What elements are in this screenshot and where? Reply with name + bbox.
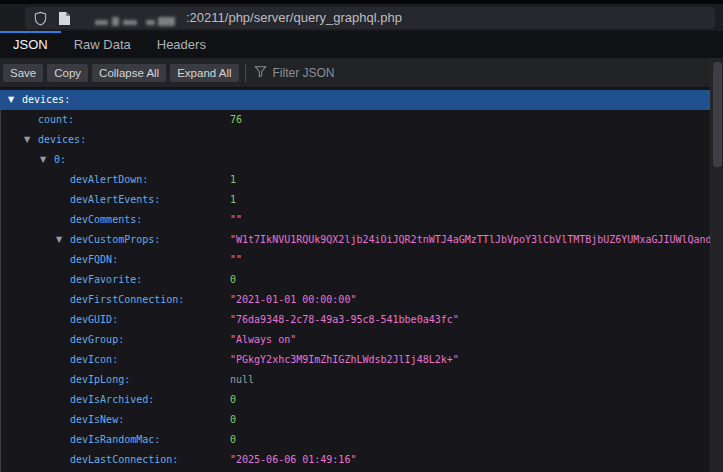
tree-row[interactable]: devFQDN:"" [0, 250, 710, 270]
redacted-host-block [158, 17, 175, 26]
filter-icon [254, 64, 273, 82]
copy-button[interactable]: Copy [47, 64, 88, 82]
json-key: devFirstConnection: [70, 290, 184, 310]
json-value: "2021-01-01 00:00:00" [230, 290, 356, 310]
scrollbar-thumb[interactable] [713, 62, 722, 167]
tree-row[interactable]: ▼0: [0, 150, 710, 170]
tree-row[interactable]: devGroup:"Always on" [0, 330, 710, 350]
filter-json-wrap [254, 64, 433, 82]
tree-row[interactable]: devAlertDown:1 [0, 170, 710, 190]
json-key: devAlertEvents: [70, 190, 160, 210]
tree-row[interactable]: ▼devices: [0, 130, 710, 150]
json-value: 0 [230, 430, 236, 450]
toolbar-separator [245, 64, 246, 82]
browser-window: :20211/php/server/query_graphql.php JSON… [0, 0, 723, 472]
vertical-scrollbar[interactable] [710, 58, 723, 472]
tree-row[interactable]: devFavorite:0 [0, 270, 710, 290]
json-value: "Always on" [230, 330, 296, 350]
tree-row[interactable]: devComments:"" [0, 210, 710, 230]
json-value: 76 [230, 110, 242, 130]
json-key: devGUID: [70, 310, 118, 330]
tree-row[interactable]: count:76 [0, 110, 710, 130]
json-value: "" [230, 210, 242, 230]
tab-headers[interactable]: Headers [144, 31, 219, 58]
json-key: devIcon: [70, 350, 118, 370]
tree-row[interactable]: devFirstConnection:"2021-01-01 00:00:00" [0, 290, 710, 310]
tree-row[interactable]: devIsArchived:0 [0, 390, 710, 410]
tree-row[interactable]: ▼devCustomProps:"W1t7IkNVU1RQUk9QX2ljb24… [0, 230, 710, 250]
json-key: devIsArchived: [70, 390, 154, 410]
shield-icon[interactable] [33, 11, 48, 30]
json-key: devAlertDown: [70, 170, 148, 190]
json-key: devFavorite: [70, 270, 142, 290]
json-key: devices: [38, 130, 86, 150]
json-key: devComments: [70, 210, 142, 230]
left-edge-line [0, 110, 1, 472]
tab-raw-data[interactable]: Raw Data [61, 31, 144, 58]
tree-row[interactable]: devIcon:"PGkgY2xhc3M9ImZhIGZhLWdsb2JlIj4… [0, 350, 710, 370]
json-value: 0 [230, 270, 236, 290]
json-value: "76da9348-2c78-49a3-95c8-541bbe0a43fc" [230, 310, 459, 330]
url-bar[interactable]: :20211/php/server/query_graphql.php [25, 7, 715, 29]
json-value: 1 [230, 190, 236, 210]
collapse-all-button[interactable]: Collapse All [92, 64, 166, 82]
tree-row[interactable]: devAlertEvents:1 [0, 190, 710, 210]
tree-row[interactable]: devLastConnection:"2025-06-06 01:49:16" [0, 450, 710, 470]
tree-row[interactable]: ▼devices: [0, 90, 710, 110]
tree-row[interactable]: devGUID:"76da9348-2c78-49a3-95c8-541bbe0… [0, 310, 710, 330]
expand-arrow-icon[interactable]: ▼ [24, 130, 30, 150]
json-key: devCustomProps: [70, 230, 160, 250]
browser-navbar: :20211/php/server/query_graphql.php [0, 4, 723, 31]
json-value: "2025-06-06 01:49:16" [230, 450, 356, 470]
tree-row[interactable]: devIsRandomMac:0 [0, 430, 710, 450]
json-tree: ▼devices:count:76▼devices:▼0:devAlertDow… [0, 88, 710, 472]
jsonviewer-toolbar: Save Copy Collapse All Expand All [0, 58, 723, 88]
json-key: count: [38, 110, 74, 130]
tab-json[interactable]: JSON [0, 31, 61, 58]
expand-arrow-icon[interactable]: ▼ [56, 230, 62, 250]
json-key: devIsRandomMac: [70, 430, 160, 450]
tree-row[interactable]: devIsNew:0 [0, 410, 710, 430]
json-value: "W1t7IkNVU1RQUk9QX2ljb24iOiJQR2tnWTJ4aGM… [230, 230, 710, 250]
json-value: "PGkgY2xhc3M9ImZhIGZhLWdsb2JlIj48L2k+" [230, 350, 459, 370]
json-value: "" [230, 250, 242, 270]
expand-all-button[interactable]: Expand All [170, 64, 238, 82]
json-value: 0 [230, 390, 236, 410]
jsonviewer-tabbar: JSON Raw Data Headers [0, 31, 723, 58]
redacted-host-block [146, 20, 155, 25]
save-button[interactable]: Save [3, 64, 43, 82]
json-key: devIsNew: [70, 410, 124, 430]
json-key: devIpLong: [70, 370, 130, 390]
url-text: :20211/php/server/query_graphql.php [186, 7, 402, 29]
json-key: devLastConnection: [70, 450, 178, 470]
redacted-host-block [123, 20, 137, 25]
page-icon[interactable] [58, 11, 71, 30]
json-key: devGroup: [70, 330, 124, 350]
json-key: 0: [54, 150, 66, 170]
redacted-host-block [112, 17, 119, 26]
expand-arrow-icon[interactable]: ▼ [40, 150, 46, 170]
redacted-host-block [95, 20, 108, 25]
json-value: 0 [230, 410, 236, 430]
json-value: 1 [230, 170, 236, 190]
expand-arrow-icon[interactable]: ▼ [8, 90, 14, 110]
filter-json-input[interactable] [273, 66, 433, 80]
json-value: null [230, 370, 254, 390]
tree-row[interactable]: devIpLong:null [0, 370, 710, 390]
json-key: devices: [22, 90, 70, 110]
json-key: devFQDN: [70, 250, 118, 270]
